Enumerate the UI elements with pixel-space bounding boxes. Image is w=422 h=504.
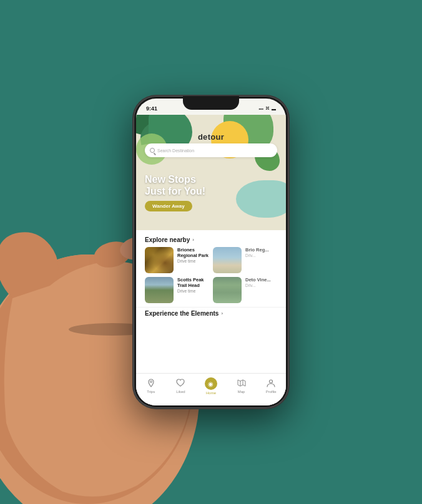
status-icons: ▪▪▪ ⌘ ▬ xyxy=(259,106,276,111)
battery-icon: ▬ xyxy=(272,107,276,111)
hero-title: New Stops Just for You! xyxy=(145,173,205,197)
status-time: 9:41 xyxy=(146,105,157,112)
profile-label: Profile xyxy=(266,390,277,394)
explore-nearby-title: Explore nearby xyxy=(145,236,190,243)
screen-content: 9:41 ▪▪▪ ⌘ ▬ xyxy=(136,99,286,405)
liked-icon xyxy=(175,377,186,389)
home-icon xyxy=(205,377,217,390)
experience-elements-title: Experience the Elements xyxy=(145,310,218,317)
scotts-subtitle: Drive time xyxy=(177,289,209,293)
nav-item-trips[interactable]: Trips xyxy=(145,377,157,394)
scene: 9:41 ▪▪▪ ⌘ ▬ xyxy=(0,0,422,504)
home-label: Home xyxy=(206,391,216,395)
scotts-name: Scotts Peak Trail Head xyxy=(177,277,209,288)
hero-section: detour Search Destination New Stops Just… xyxy=(136,115,286,230)
explore-nearby-grid: Briones Regional Park Drive time Brio Re… xyxy=(136,247,286,307)
search-icon xyxy=(150,148,155,153)
nav-item-liked[interactable]: Liked xyxy=(175,377,186,394)
search-bar[interactable]: Search Destination xyxy=(145,143,277,157)
briones-info: Briones Regional Park Drive time xyxy=(177,247,209,263)
list-item[interactable]: Briones Regional Park Drive time xyxy=(145,247,209,273)
map-label: Map xyxy=(238,390,245,394)
map-icon xyxy=(236,377,247,389)
coastal-subtitle: Driv... xyxy=(245,253,277,258)
nav-item-home[interactable]: Home xyxy=(205,377,217,395)
app-name: detour xyxy=(198,132,224,142)
shape-5 xyxy=(236,180,286,218)
forest-info: Deto Vine... Driv... xyxy=(245,277,277,288)
svg-marker-8 xyxy=(238,380,245,386)
liked-label: Liked xyxy=(176,390,185,394)
forest-subtitle: Driv... xyxy=(245,283,277,288)
briones-subtitle: Drive time xyxy=(177,259,209,263)
wifi-icon: ⌘ xyxy=(265,106,270,111)
search-placeholder: Search Destination xyxy=(157,148,194,153)
scotts-image xyxy=(145,277,174,303)
wander-away-button[interactable]: Wander Away xyxy=(145,201,192,211)
scotts-info: Scotts Peak Trail Head Drive time xyxy=(177,277,209,293)
nav-item-profile[interactable]: Profile xyxy=(265,377,277,394)
coastal-name: Brio Reg... xyxy=(245,247,277,253)
signal-icon: ▪▪▪ xyxy=(259,107,263,111)
nav-item-map[interactable]: Map xyxy=(236,377,247,394)
briones-name: Briones Regional Park xyxy=(177,247,209,258)
experience-elements-arrow: › xyxy=(221,311,223,316)
forest-image xyxy=(213,277,242,303)
forest-name: Deto Vine... xyxy=(245,277,277,283)
coastal-info: Brio Reg... Driv... xyxy=(245,247,277,258)
briones-image xyxy=(145,247,174,273)
svg-point-7 xyxy=(150,381,152,383)
profile-icon xyxy=(265,377,277,389)
phone-frame: 9:41 ▪▪▪ ⌘ ▬ xyxy=(134,96,288,408)
hero-text: New Stops Just for You! Wander Away xyxy=(145,173,205,211)
explore-nearby-arrow: › xyxy=(192,237,194,243)
trips-icon xyxy=(145,377,157,389)
list-item[interactable]: Brio Reg... Driv... xyxy=(213,247,277,273)
list-item[interactable]: Deto Vine... Driv... xyxy=(213,277,277,303)
experience-elements-header[interactable]: Experience the Elements › xyxy=(136,307,286,321)
bottom-navigation: Trips Liked Home xyxy=(136,373,286,405)
trips-label: Trips xyxy=(147,390,155,394)
svg-point-11 xyxy=(270,380,273,383)
list-item[interactable]: Scotts Peak Trail Head Drive time xyxy=(145,277,209,303)
phone-notch xyxy=(183,96,239,110)
phone-screen: 9:41 ▪▪▪ ⌘ ▬ xyxy=(136,99,286,405)
coastal-image xyxy=(213,247,242,273)
explore-nearby-header[interactable]: Explore nearby › xyxy=(136,230,286,247)
